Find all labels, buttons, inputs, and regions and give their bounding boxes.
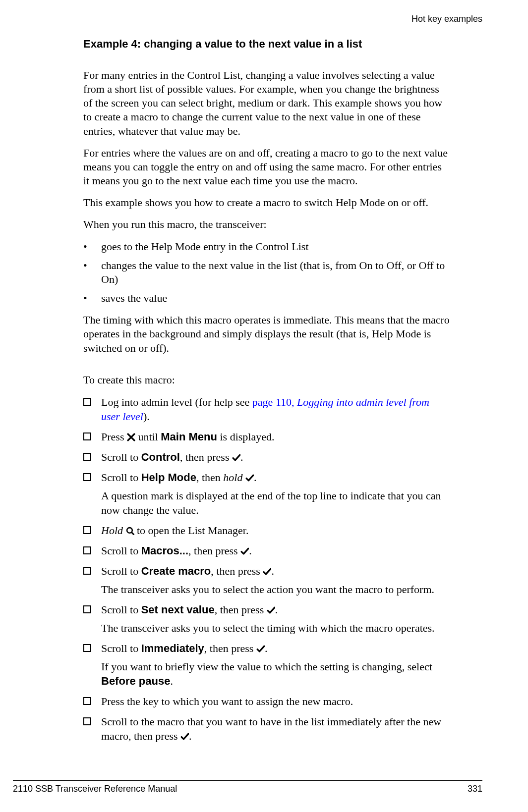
step-followup: A question mark is displayed at the end … bbox=[101, 488, 450, 517]
step-item: Scroll to Set next value, then press . T… bbox=[83, 602, 450, 635]
text-fragment: to open the List Manager. bbox=[134, 524, 249, 537]
checkbox-icon bbox=[83, 694, 101, 708]
behavior-list: •goes to the Help Mode entry in the Cont… bbox=[83, 240, 450, 306]
step-item: Press the key to which you want to assig… bbox=[83, 694, 450, 708]
step-followup: If you want to briefly view the value to… bbox=[101, 659, 450, 688]
text-fragment: , then press bbox=[215, 603, 267, 616]
step-item: Scroll to the macro that you want to hav… bbox=[83, 714, 450, 743]
text-fragment: . bbox=[254, 471, 257, 484]
text-fragment: until bbox=[135, 431, 161, 443]
ui-label: Help Mode bbox=[141, 471, 196, 484]
ui-label: Macros... bbox=[141, 544, 188, 557]
intro-paragraph-1: For many entries in the Control List, ch… bbox=[83, 68, 450, 138]
action-hold: hold bbox=[223, 471, 242, 484]
text-fragment: . bbox=[240, 451, 243, 463]
text-fragment: Scroll to bbox=[101, 642, 141, 654]
bullet-text: goes to the Help Mode entry in the Contr… bbox=[101, 240, 309, 254]
text-fragment: Scroll to bbox=[101, 471, 141, 484]
text-fragment: . bbox=[189, 730, 192, 742]
tick-key-icon bbox=[267, 606, 275, 614]
action-hold: Hold bbox=[101, 524, 123, 537]
text-fragment: If you want to briefly view the value to… bbox=[101, 660, 432, 673]
step-item: Scroll to Control, then press . bbox=[83, 450, 450, 464]
checkbox-icon bbox=[83, 523, 101, 538]
step-text: Scroll to Macros..., then press . bbox=[101, 543, 450, 558]
footer-manual-title: 2110 SSB Transceiver Reference Manual bbox=[13, 784, 177, 794]
step-text: Press until Main Menu is displayed. bbox=[101, 430, 450, 444]
step-text: Scroll to Immediately, then press . If y… bbox=[101, 641, 450, 688]
tick-key-icon bbox=[232, 453, 240, 462]
checkbox-icon bbox=[83, 430, 101, 444]
header-section-title: Hot key examples bbox=[411, 14, 482, 24]
bullet-marker: • bbox=[83, 240, 101, 254]
step-text: Log into admin level (for help see page … bbox=[101, 395, 450, 424]
step-item: Scroll to Macros..., then press . bbox=[83, 543, 450, 558]
text-fragment: , then press bbox=[211, 565, 263, 577]
step-text: Scroll to the macro that you want to hav… bbox=[101, 714, 450, 743]
checkbox-icon bbox=[83, 714, 101, 743]
page-footer: 2110 SSB Transceiver Reference Manual 33… bbox=[13, 780, 482, 794]
text-fragment: , then press bbox=[188, 544, 240, 557]
ui-label: Before pause bbox=[101, 675, 170, 687]
step-item: Scroll to Immediately, then press . If y… bbox=[83, 641, 450, 688]
checkbox-icon bbox=[83, 450, 101, 464]
tick-key-icon bbox=[263, 567, 271, 576]
bullet-marker: • bbox=[83, 291, 101, 305]
text-fragment: ). bbox=[143, 410, 150, 423]
text-fragment: . bbox=[275, 603, 278, 616]
text-fragment: Scroll to bbox=[101, 603, 141, 616]
footer-page-number: 331 bbox=[468, 784, 482, 794]
text-fragment: Scroll to bbox=[101, 451, 141, 463]
intro-paragraph-3: This example shows you how to create a m… bbox=[83, 196, 450, 210]
step-text: Hold to open the List Manager. bbox=[101, 523, 450, 538]
ui-label: Immediately bbox=[141, 642, 204, 654]
ui-label: Set next value bbox=[141, 603, 215, 616]
text-fragment: Log into admin level (for help see bbox=[101, 396, 252, 408]
step-text: Scroll to Control, then press . bbox=[101, 450, 450, 464]
bullet-text: saves the value bbox=[101, 291, 167, 305]
ui-label: Create macro bbox=[141, 565, 211, 577]
list-item: •goes to the Help Mode entry in the Cont… bbox=[83, 240, 450, 254]
timing-paragraph: The timing with which this macro operate… bbox=[83, 313, 450, 355]
list-item: •changes the value to the next value in … bbox=[83, 259, 450, 286]
tick-key-icon bbox=[180, 732, 189, 741]
text-fragment: . bbox=[265, 642, 268, 654]
text-fragment: Scroll to bbox=[101, 565, 141, 577]
tick-key-icon bbox=[240, 547, 249, 555]
checkbox-icon bbox=[83, 395, 101, 424]
ui-label: Main Menu bbox=[161, 431, 217, 443]
step-item: Scroll to Help Mode, then hold . A quest… bbox=[83, 470, 450, 517]
x-key-icon bbox=[127, 433, 135, 441]
text-fragment: Scroll to the macro that you want to hav… bbox=[101, 715, 441, 742]
page: Hot key examples Example 4: changing a v… bbox=[0, 0, 528, 812]
text-fragment: , then press bbox=[180, 451, 232, 463]
step-followup: The transceiver asks you to select the t… bbox=[101, 621, 450, 635]
step-followup: The transceiver asks you to select the a… bbox=[101, 582, 450, 596]
bullet-marker: • bbox=[83, 259, 101, 286]
checkbox-icon bbox=[83, 470, 101, 517]
step-text: Scroll to Set next value, then press . T… bbox=[101, 602, 450, 635]
tick-key-icon bbox=[256, 645, 265, 653]
magnifier-key-icon bbox=[126, 527, 134, 535]
step-item: Log into admin level (for help see page … bbox=[83, 395, 450, 424]
text-fragment: , then press bbox=[204, 642, 256, 654]
step-text: Scroll to Help Mode, then hold . A quest… bbox=[101, 470, 450, 517]
ui-label: Control bbox=[141, 451, 180, 463]
text-fragment: Scroll to bbox=[101, 544, 141, 557]
example-heading: Example 4: changing a value to the next … bbox=[83, 38, 450, 51]
checkbox-icon bbox=[83, 641, 101, 688]
intro-paragraph-4: When you run this macro, the transceiver… bbox=[83, 217, 450, 231]
list-item: •saves the value bbox=[83, 291, 450, 305]
tick-key-icon bbox=[245, 474, 254, 482]
procedure-steps: Log into admin level (for help see page … bbox=[83, 395, 450, 744]
bullet-text: changes the value to the next value in t… bbox=[101, 259, 450, 286]
link-page: page 110, bbox=[252, 396, 297, 408]
step-text: Scroll to Create macro, then press . The… bbox=[101, 564, 450, 596]
text-fragment: . bbox=[249, 544, 252, 557]
text-fragment: , then bbox=[196, 471, 223, 484]
checkbox-icon bbox=[83, 602, 101, 635]
text-fragment: . bbox=[271, 565, 274, 577]
checkbox-icon bbox=[83, 564, 101, 596]
step-text: Press the key to which you want to assig… bbox=[101, 694, 450, 708]
step-item: Hold to open the List Manager. bbox=[83, 523, 450, 538]
